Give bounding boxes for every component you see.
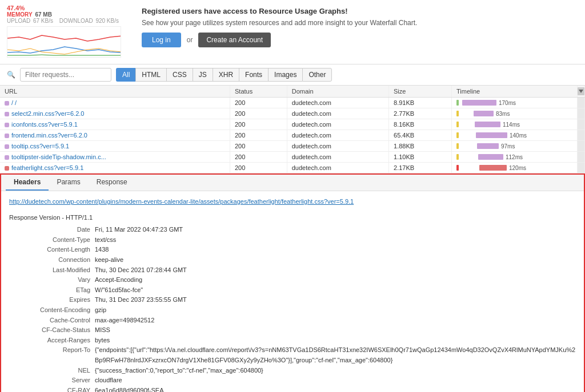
cell-size: 2.17KB [389, 163, 452, 173]
filter-tab-css[interactable]: CSS [166, 68, 193, 82]
detail-panel: HeadersParamsResponse http://dudetech.co… [0, 173, 585, 392]
field-value: text/css [95, 235, 576, 245]
detail-tabs: HeadersParamsResponse [1, 175, 584, 191]
col-url: URL [0, 86, 230, 98]
promo-desc: See how your page utilizes system resour… [142, 19, 578, 27]
filter-tabs: AllHTMLCSSJSXHRFontsImagesOther [116, 68, 332, 82]
cell-url: tooltipster-sideTip-shadow.min.c... [0, 152, 230, 163]
table-row[interactable]: iconfonts.css?ver=5.9.1200dudetech.com8.… [0, 119, 585, 130]
table-row[interactable]: tooltip.css?ver=5.9.1200dudetech.com1.88… [0, 141, 585, 152]
filter-tab-xhr[interactable]: XHR [213, 68, 239, 82]
field-label: ETag [9, 285, 95, 296]
search-icon: 🔍 [7, 71, 15, 79]
upload-val: 67 KB/s [33, 18, 53, 24]
field-value: cloudflare [95, 375, 576, 386]
chart-stats: 47.4% MEMORY 67 MB UPLOAD 67 KB/s DOWNLO… [7, 5, 133, 24]
requests-table-wrapper: URL Status Domain Size Timeline / /200du… [0, 86, 585, 173]
search-input[interactable] [20, 68, 111, 82]
table-row[interactable]: featherlight.css?ver=5.9.1200dudetech.co… [0, 163, 585, 173]
scroll-col [578, 119, 585, 130]
promo-area: Registered users have access to Resource… [142, 5, 578, 50]
detail-field: Cache-Controlmax-age=498942512 [9, 316, 576, 326]
detail-field: ETagW/"61cd5fac-fce" [9, 285, 576, 296]
field-label: Content-Type [9, 235, 95, 245]
detail-field: CF-Cache-StatusMISS [9, 325, 576, 336]
detail-field: CF-RAY6ea1o6d88d96090f-SEA [9, 386, 576, 392]
field-label: Report-To [9, 345, 95, 365]
cell-url: select2.min.css?ver=6.2.0 [0, 108, 230, 119]
table-row[interactable]: / /200dudetech.com8.91KB170ms [0, 98, 585, 108]
col-timeline: Timeline [452, 86, 578, 98]
cell-timeline: 170ms [452, 98, 578, 108]
field-label: Expires [9, 295, 95, 305]
field-label: Date [9, 225, 95, 235]
field-value: 1438 [95, 245, 576, 255]
promo-buttons: Log in or Create an Account [142, 33, 578, 47]
cell-timeline: 140ms [452, 130, 578, 141]
login-button[interactable]: Log in [142, 33, 181, 47]
cell-status: 200 [230, 130, 287, 141]
cell-domain: dudetech.com [287, 152, 388, 163]
table-row[interactable]: frontend.min.css?ver=6.2.0200dudetech.co… [0, 130, 585, 141]
cell-domain: dudetech.com [287, 130, 388, 141]
field-label: CF-Cache-Status [9, 325, 95, 336]
filter-tab-js[interactable]: JS [193, 68, 213, 82]
chart-area: 47.4% MEMORY 67 MB UPLOAD 67 KB/s DOWNLO… [7, 5, 133, 59]
detail-field: Report-To{"endpoints":[{"url":"https:\/\… [9, 345, 576, 365]
detail-field: DateFri, 11 Mar 2022 04:47:23 GMT [9, 225, 576, 235]
field-value: Fri, 11 Mar 2022 04:47:23 GMT [95, 225, 576, 235]
requests-table: URL Status Domain Size Timeline / /200du… [0, 86, 585, 173]
create-account-button[interactable]: Create an Account [198, 33, 271, 47]
filter-tab-all[interactable]: All [116, 68, 135, 82]
field-value: bytes [95, 336, 576, 346]
detail-tab-response[interactable]: Response [89, 175, 135, 191]
filter-tab-images[interactable]: Images [268, 68, 302, 82]
scroll-header [578, 86, 585, 98]
field-value: Thu, 30 Dec 2021 07:28:44 GMT [95, 265, 576, 276]
download-val: 920 KB/s [95, 18, 119, 24]
field-label: Content-Length [9, 245, 95, 255]
field-value: {"endpoints":[{"url":"https:\/\/a.nel.cl… [95, 345, 576, 365]
detail-field: Accept-Rangesbytes [9, 336, 576, 346]
table-row[interactable]: tooltipster-sideTip-shadow.min.c...200du… [0, 152, 585, 163]
filter-tab-fonts[interactable]: Fonts [239, 68, 268, 82]
table-row[interactable]: select2.min.css?ver=6.2.0200dudetech.com… [0, 108, 585, 119]
field-label: NEL [9, 366, 95, 376]
cell-domain: dudetech.com [287, 98, 388, 108]
cell-url: frontend.min.css?ver=6.2.0 [0, 130, 230, 141]
mini-chart [7, 26, 121, 58]
cell-size: 8.91KB [389, 98, 452, 108]
memory-label: MEMORY [7, 11, 33, 18]
col-domain: Domain [287, 86, 388, 98]
field-label: Content-Encoding [9, 305, 95, 316]
or-text: or [187, 36, 193, 44]
percent-label: 47.4% [7, 5, 25, 11]
cell-size: 8.16KB [389, 119, 452, 130]
col-status: Status [230, 86, 287, 98]
detail-tab-params[interactable]: Params [49, 175, 88, 191]
detail-field: NEL{"success_fraction":0,"report_to":"cf… [9, 366, 576, 376]
detail-url[interactable]: http://dudetech.com/wp-content/plugins/m… [9, 197, 576, 207]
svg-marker-0 [579, 90, 583, 93]
cell-status: 200 [230, 152, 287, 163]
cell-status: 200 [230, 141, 287, 152]
field-label: Server [9, 375, 95, 386]
cell-size: 2.77KB [389, 108, 452, 119]
detail-field: Content-Encodinggzip [9, 305, 576, 316]
filter-tab-html[interactable]: HTML [135, 68, 166, 82]
scroll-col [578, 163, 585, 173]
response-section-title: Response Version - HTTP/1.1 [9, 213, 576, 223]
filter-tab-other[interactable]: Other [302, 68, 332, 82]
detail-tab-headers[interactable]: Headers [6, 175, 49, 191]
detail-field: Connectionkeep-alive [9, 255, 576, 265]
detail-content: http://dudetech.com/wp-content/plugins/m… [1, 191, 584, 392]
detail-field: Content-Length1438 [9, 245, 576, 255]
cell-status: 200 [230, 108, 287, 119]
detail-field: Servercloudflare [9, 375, 576, 386]
field-value: gzip [95, 305, 576, 316]
cell-domain: dudetech.com [287, 141, 388, 152]
cell-url: tooltip.css?ver=5.9.1 [0, 141, 230, 152]
cell-domain: dudetech.com [287, 108, 388, 119]
field-value: 6ea1o6d88d96090f-SEA [95, 386, 576, 392]
detail-field: Content-Typetext/css [9, 235, 576, 245]
